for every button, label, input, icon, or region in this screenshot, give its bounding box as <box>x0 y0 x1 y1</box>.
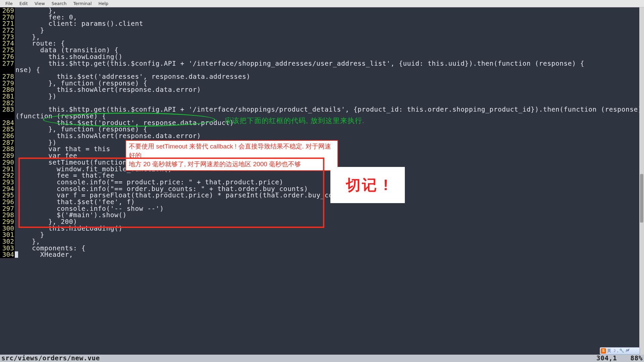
line-number: 290 <box>0 159 15 166</box>
menu-view[interactable]: View <box>31 0 48 7</box>
editor-line[interactable]: 286 this.showAlert(response.data.error) <box>0 133 644 139</box>
line-number: 281 <box>0 93 15 100</box>
editor-line[interactable]: 301 } <box>0 232 644 238</box>
editor-line[interactable]: 303 components: { <box>0 245 644 252</box>
editor-line[interactable]: 281 }) <box>0 93 644 100</box>
line-number: 295 <box>0 192 15 199</box>
editor-line[interactable]: 280 this.showAlert(response.data.error) <box>0 86 644 93</box>
editor-line[interactable]: 298 $('#main').show() <box>0 212 644 219</box>
code-text: var f = parseFloat(that.product.price) *… <box>15 192 354 199</box>
editor-viewport[interactable]: 269 },270 fee: 0,271 client: params().cl… <box>0 7 644 355</box>
editor-line[interactable]: 275 data (transition) { <box>0 47 644 54</box>
menu-search[interactable]: Search <box>48 0 70 7</box>
line-number: 302 <box>0 238 15 245</box>
menu-edit[interactable]: Edit <box>16 0 31 7</box>
vertical-scrollbar[interactable] <box>639 7 644 355</box>
editor-line[interactable]: 292 fee = that.fee <box>0 172 644 179</box>
menu-file[interactable]: File <box>2 0 16 7</box>
line-number: 299 <box>0 219 15 225</box>
editor-line-wrap[interactable]: (function (response) { <box>0 113 644 120</box>
code-text: this.showAlert(response.data.error) <box>15 133 201 139</box>
code-text: var fee <box>15 153 77 159</box>
scrollbar-thumb[interactable] <box>640 174 643 223</box>
editor-line[interactable]: 277 this.$http.get(this.$config.API + '/… <box>0 60 644 67</box>
code-text: this.$http.get(this.$config.API + '/inte… <box>15 60 584 67</box>
code-text: console.info("== product.price: " + that… <box>15 179 283 186</box>
code-text: } <box>15 27 44 34</box>
code-text: this.$http.get(this.$config.API + '/inte… <box>15 106 644 113</box>
code-text: this.$set('addresses', response.data.add… <box>15 73 251 80</box>
ime-logo-icon: S <box>601 348 606 354</box>
ime-toolbar[interactable]: S 英 ☽ , 🔧 🗲 <box>600 347 640 355</box>
line-number: 278 <box>0 73 15 80</box>
line-number: 269 <box>0 7 15 14</box>
line-number <box>0 67 15 73</box>
menu-help[interactable]: Help <box>95 0 112 7</box>
menubar[interactable]: File Edit View Search Terminal Help <box>0 0 644 7</box>
editor-line[interactable]: 289 var fee <box>0 153 644 159</box>
code-text: nse) { <box>15 67 40 73</box>
line-number: 277 <box>0 60 15 67</box>
editor-line[interactable]: 296 that.$set('fee', f) <box>0 199 644 205</box>
code-text: }) <box>15 93 57 100</box>
menu-terminal[interactable]: Terminal <box>70 0 95 7</box>
line-number: 296 <box>0 199 15 205</box>
editor-line[interactable]: 269 }, <box>0 7 644 14</box>
editor-line[interactable]: 276 this.showLoading() <box>0 54 644 60</box>
line-number <box>0 113 15 120</box>
code-text: }, <box>15 7 57 14</box>
editor-line[interactable]: 300 this.hideLoading() <box>0 225 644 232</box>
code-text: XHeader, <box>15 251 73 258</box>
statusbar-position: 304,1 <box>596 355 617 362</box>
editor-line[interactable]: 302 }, <box>0 238 644 245</box>
code-text: setTimeout(function () { <box>15 159 147 166</box>
code-text: (function (response) { <box>15 113 106 120</box>
code-text: fee = that.fee <box>15 172 114 179</box>
editor-line[interactable]: 278 this.$set('addresses', response.data… <box>0 73 644 80</box>
statusbar-file: src/views/orders/new.vue <box>1 355 100 362</box>
editor-line[interactable]: 272 } <box>0 27 644 34</box>
line-number: 286 <box>0 133 15 139</box>
editor-line[interactable]: 299 }, 200) <box>0 219 644 225</box>
line-number: 275 <box>0 47 15 54</box>
ime-status-text: 英 ☽ , 🔧 🗲 <box>607 348 630 354</box>
editor-line[interactable]: 271 client: params().client <box>0 20 644 27</box>
line-number: 292 <box>0 172 15 179</box>
line-number: 293 <box>0 179 15 186</box>
editor-line[interactable]: 295 var f = parseFloat(that.product.pric… <box>0 192 644 199</box>
line-number: 280 <box>0 86 15 93</box>
editor-line[interactable]: 273 }, <box>0 34 644 41</box>
editor-line[interactable]: 304 XHeader, <box>0 251 644 258</box>
editor-line[interactable]: 290 setTimeout(function () { <box>0 159 644 166</box>
code-text: }, 200) <box>15 219 77 225</box>
line-number: 283 <box>0 106 15 113</box>
statusbar: src/views/orders/new.vue 304,1 88% <box>0 355 644 362</box>
code-text: data (transition) { <box>15 47 118 54</box>
editor-line[interactable]: 288 var that = this <box>0 146 644 153</box>
code-text: this.showLoading() <box>15 54 123 60</box>
line-number: 304 <box>0 251 15 258</box>
code-text: this.showAlert(response.data.error) <box>15 86 201 93</box>
line-number: 276 <box>0 54 15 60</box>
editor-line[interactable]: 293 console.info("== product.price: " + … <box>0 179 644 186</box>
code-text: }, <box>15 238 40 245</box>
code-text: that.$set('fee', f) <box>15 199 135 205</box>
editor-line-wrap[interactable]: nse) { <box>0 67 644 73</box>
line-number: 289 <box>0 153 15 159</box>
line-number: 272 <box>0 27 15 34</box>
statusbar-scroll: 88% <box>630 355 643 362</box>
